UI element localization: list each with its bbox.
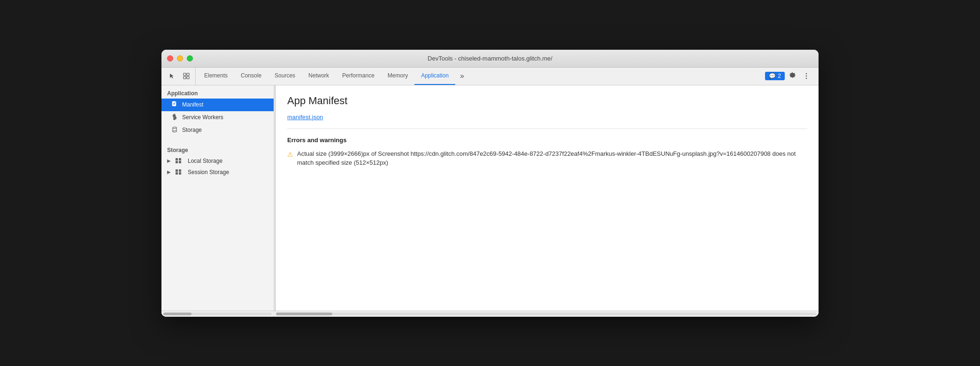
sidebar-item-service-workers[interactable]: Service Workers <box>161 111 274 124</box>
tab-console-label: Console <box>241 72 261 79</box>
badge-count: 2 <box>778 73 781 79</box>
more-options-button[interactable] <box>800 69 813 83</box>
content-scroll-thumb[interactable] <box>276 313 332 315</box>
manifest-label: Manifest <box>182 101 203 108</box>
window-title: DevTools - chiseled-mammoth-talos.glitch… <box>428 55 552 62</box>
svg-rect-3 <box>187 76 189 79</box>
tab-network-label: Network <box>308 72 329 79</box>
svg-rect-0 <box>184 73 186 76</box>
content-horizontal-scrollbar[interactable] <box>274 311 819 317</box>
sidebar-scroll-track <box>163 313 272 315</box>
cylinder-icon <box>171 126 178 133</box>
tabbar: Elements Console Sources Network Perform… <box>161 68 819 85</box>
tab-performance[interactable]: Performance <box>336 68 381 85</box>
content-inner: App Manifest manifest.json Errors and wa… <box>276 85 819 177</box>
svg-point-6 <box>806 78 807 79</box>
grid-br <box>179 161 181 163</box>
titlebar: DevTools - chiseled-mammoth-talos.glitch… <box>161 50 819 68</box>
tab-elements-label: Elements <box>204 72 228 79</box>
grid-bl <box>176 161 178 163</box>
grid-tr <box>179 158 181 160</box>
tab-memory[interactable]: Memory <box>381 68 414 85</box>
tab-application[interactable]: Application <box>414 68 455 85</box>
service-workers-label: Service Workers <box>182 114 223 121</box>
sidebar-horizontal-scrollbar[interactable] <box>161 311 274 317</box>
content-panel: App Manifest manifest.json Errors and wa… <box>276 85 819 311</box>
svg-point-5 <box>806 76 807 77</box>
storage-label: Storage <box>182 127 202 133</box>
storage-cylinder-icon <box>171 126 178 134</box>
sidebar-item-session-storage[interactable]: ▶ Session Storage <box>161 167 274 178</box>
traffic-lights <box>167 55 193 61</box>
grid-bl2 <box>176 172 178 175</box>
messages-badge-button[interactable]: 💬 2 <box>765 72 785 80</box>
message-icon: 💬 <box>769 73 776 79</box>
minimize-button[interactable] <box>177 55 183 61</box>
manifest-icon <box>171 101 178 109</box>
service-workers-icon <box>171 114 178 122</box>
grid-br2 <box>179 172 181 175</box>
tab-performance-label: Performance <box>342 72 375 79</box>
more-icon: » <box>460 72 464 80</box>
file-icon <box>171 101 178 107</box>
sidebar-item-manifest[interactable]: Manifest <box>161 99 274 111</box>
bottom-scrollbar-bar <box>161 311 819 317</box>
svg-point-4 <box>806 73 807 75</box>
gear-sm-icon <box>171 114 178 120</box>
tab-elements[interactable]: Elements <box>198 68 234 85</box>
tab-sources-label: Sources <box>275 72 295 79</box>
page-title: App Manifest <box>287 95 807 107</box>
gear-icon <box>789 72 796 80</box>
grid-tl <box>176 158 178 160</box>
vertical-dots-icon <box>803 72 810 80</box>
inspect-icon-button[interactable] <box>180 70 192 82</box>
session-storage-label: Session Storage <box>188 169 229 175</box>
sidebar-scroll-thumb[interactable] <box>163 313 191 315</box>
sidebar-storage-header: Storage <box>161 142 274 155</box>
main-area: Application Manifest <box>161 85 819 311</box>
tab-application-label: Application <box>421 72 449 79</box>
session-storage-arrow-icon: ▶ <box>167 169 172 175</box>
maximize-button[interactable] <box>187 55 193 61</box>
tab-sources[interactable]: Sources <box>268 68 302 85</box>
devtools-window: DevTools - chiseled-mammoth-talos.glitch… <box>161 50 819 317</box>
sidebar-application-header: Application <box>161 85 274 99</box>
grid-tr2 <box>179 169 181 172</box>
warning-icon: ⚠ <box>287 150 293 160</box>
error-item-1: ⚠ Actual size (3999×2666)px of Screensho… <box>287 149 807 168</box>
tabbar-right: 💬 2 <box>765 68 817 85</box>
svg-point-10 <box>173 127 176 128</box>
local-storage-label: Local Storage <box>188 158 222 164</box>
sidebar-item-local-storage[interactable]: ▶ Local Storage <box>161 155 274 167</box>
grid-tl2 <box>176 169 178 172</box>
error-text: Actual size (3999×2666)px of Screenshot … <box>297 149 807 168</box>
errors-section-title: Errors and warnings <box>287 137 807 144</box>
tab-console[interactable]: Console <box>234 68 268 85</box>
content-scroll-track <box>276 313 817 315</box>
svg-rect-1 <box>187 73 189 76</box>
local-storage-arrow-icon: ▶ <box>167 158 172 163</box>
manifest-json-link[interactable]: manifest.json <box>287 114 323 121</box>
sidebar-item-storage[interactable]: Storage <box>161 124 274 137</box>
svg-point-11 <box>173 130 176 132</box>
section-divider-1 <box>287 129 807 129</box>
sidebar: Application Manifest <box>161 85 274 311</box>
svg-rect-2 <box>184 76 186 79</box>
tab-more-button[interactable]: » <box>455 68 469 85</box>
toolbar-icons-group <box>163 68 196 85</box>
cursor-icon <box>169 73 176 79</box>
inspect-icon <box>183 73 190 79</box>
cursor-icon-button[interactable] <box>166 70 178 82</box>
close-button[interactable] <box>167 55 173 61</box>
settings-button[interactable] <box>786 69 799 83</box>
tab-memory-label: Memory <box>388 72 408 79</box>
tab-network[interactable]: Network <box>302 68 336 85</box>
